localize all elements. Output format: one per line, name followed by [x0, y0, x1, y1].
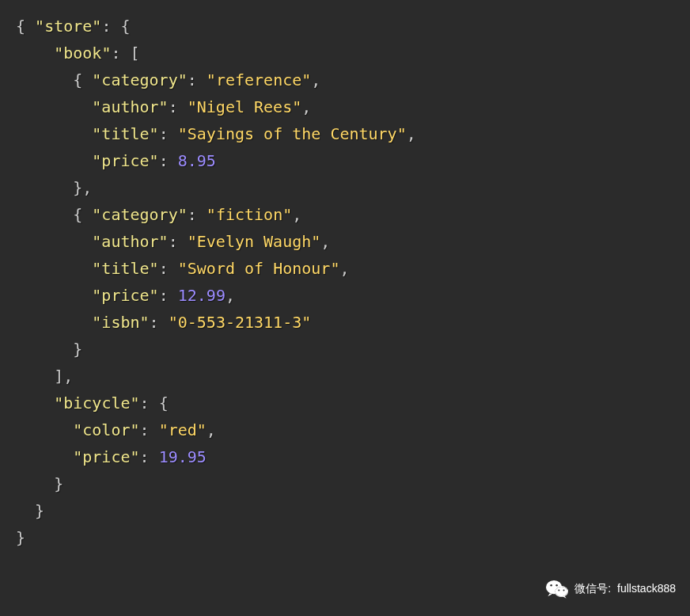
- json-string: "red": [159, 420, 207, 439]
- svg-point-7: [563, 590, 565, 591]
- json-string: "Nigel Rees": [188, 97, 302, 116]
- json-string: "Sword of Honour": [178, 259, 340, 278]
- json-number: 12.99: [178, 286, 226, 305]
- wechat-icon: [546, 580, 568, 599]
- json-key: "author": [92, 232, 168, 251]
- code-block: { "store": { "book": [ { "category": "re…: [16, 13, 674, 551]
- json-string: "reference": [207, 70, 311, 89]
- svg-marker-8: [548, 593, 552, 596]
- json-string: "fiction": [207, 205, 292, 224]
- json-key: "color": [73, 420, 139, 439]
- json-string: "0-553-21311-3": [169, 313, 312, 332]
- json-key: "price": [92, 286, 158, 305]
- json-key: "price": [73, 447, 139, 466]
- json-string: "Evelyn Waugh": [188, 232, 321, 251]
- watermark-account: fullstack888: [617, 580, 676, 599]
- svg-point-5: [556, 584, 558, 586]
- json-key: "category": [92, 205, 187, 224]
- json-key: "bicycle": [54, 394, 139, 413]
- watermark: 微信号: fullstack888: [546, 580, 676, 599]
- svg-point-6: [558, 590, 559, 591]
- watermark-label: 微信号:: [574, 580, 611, 599]
- json-key: "book": [54, 44, 111, 63]
- json-key: "price": [92, 151, 158, 170]
- json-key: "isbn": [92, 313, 149, 332]
- json-key: "title": [92, 259, 158, 278]
- json-key: "author": [92, 97, 168, 116]
- json-key: "category": [92, 70, 187, 89]
- json-string: "Sayings of the Century": [178, 124, 407, 143]
- json-number: 19.95: [159, 447, 207, 466]
- json-number: 8.95: [178, 151, 216, 170]
- svg-point-3: [555, 587, 568, 596]
- json-key: "title": [92, 124, 158, 143]
- json-key: "store": [35, 17, 101, 36]
- svg-point-4: [551, 584, 552, 586]
